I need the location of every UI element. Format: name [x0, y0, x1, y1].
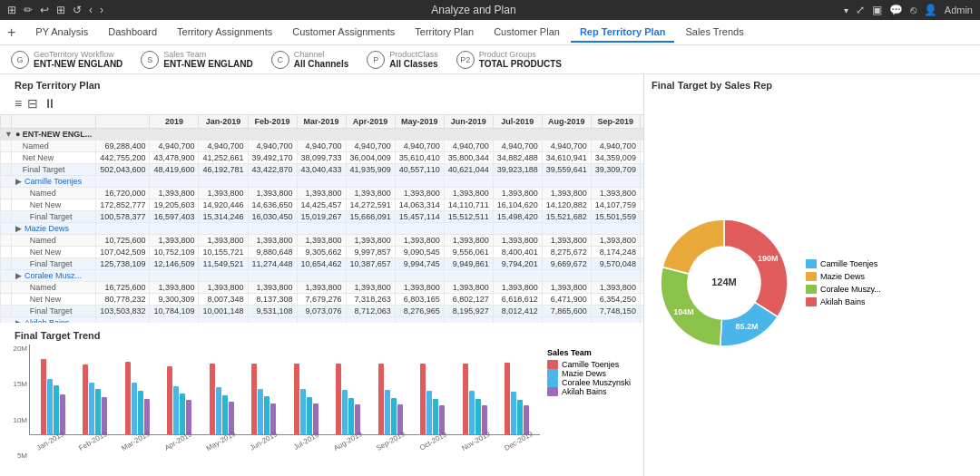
- table-cell: 1,393,800: [640, 188, 643, 199]
- grid-icon[interactable]: ⊞: [56, 4, 65, 16]
- table-cell: 4,940,700: [346, 141, 395, 152]
- pause-icon[interactable]: ⏸: [44, 96, 56, 111]
- table-cell: 8,195,927: [444, 306, 493, 317]
- table-cell: 1,393,800: [150, 188, 199, 199]
- table-cell: 14,425,457: [297, 199, 346, 211]
- data-table-wrapper[interactable]: 2019Jan-2019Feb-2019Mar-2019Apr-2019May-…: [0, 114, 643, 323]
- bar: [307, 397, 312, 434]
- col-header: Aug-2019: [542, 115, 591, 129]
- nav-tab-py-analysis[interactable]: PY Analysis: [26, 23, 97, 43]
- filter-channel[interactable]: C Channel All Channels: [271, 50, 349, 69]
- edit-icon[interactable]: ✏: [24, 4, 33, 16]
- table-cell: 100,578,377: [96, 211, 150, 223]
- filter-productclass[interactable]: P ProductClass All Classes: [367, 50, 438, 69]
- table-row: Named69,288,4004,940,7004,940,7004,940,7…: [1, 141, 644, 152]
- forward-icon[interactable]: ›: [100, 4, 103, 16]
- table-cell: 48,419,600: [150, 164, 199, 176]
- table-cell: 40,621,044: [444, 164, 493, 176]
- expand-icon[interactable]: ▼: [5, 130, 13, 139]
- pie-chart-wrapper: 190M85.2M104M124M: [652, 210, 797, 355]
- table-cell: 9,556,061: [444, 247, 493, 258]
- table-cell: 1,393,800: [199, 282, 248, 294]
- nav-tab-customer-plan[interactable]: Customer Plan: [485, 23, 569, 43]
- col-header: Jul-2019: [493, 115, 542, 129]
- pie-legend-item: Camille Toenjes: [806, 259, 881, 268]
- bar: [173, 386, 179, 434]
- filter-sales-team[interactable]: S Sales Team ENT-NEW ENGLAND: [141, 50, 252, 69]
- nav-tab-customer-assignments[interactable]: Customer Assignments: [283, 23, 404, 43]
- table-cell: 34,359,009: [591, 152, 640, 164]
- expand-icon[interactable]: ▶: [15, 271, 22, 280]
- comment-icon[interactable]: 💬: [889, 4, 903, 16]
- table-cell: 1,393,800: [199, 188, 248, 199]
- sort-icon[interactable]: ⊟: [27, 96, 38, 111]
- table-cell: 4,940,700: [199, 141, 248, 152]
- table-cell: 8,712,063: [346, 306, 395, 317]
- table-cell: 14,107,759: [591, 199, 640, 211]
- legend-color: [547, 369, 558, 378]
- bar: [258, 389, 263, 434]
- collapse-icon[interactable]: ≡: [15, 96, 22, 111]
- table-cell: 41,935,909: [346, 164, 395, 176]
- table-cell: 15,677,555: [640, 211, 643, 223]
- table-cell: 502,043,600: [96, 164, 150, 176]
- nav-tab-territory-plan[interactable]: Territory Plan: [406, 23, 483, 43]
- table-section-title: Rep Territory Plan: [7, 76, 636, 94]
- table-row: Net New80,778,2329,300,3098,007,3488,137…: [1, 294, 644, 306]
- table-cell: 10,784,109: [150, 306, 199, 317]
- table-cell: 4,940,700: [493, 141, 542, 152]
- bar: [222, 395, 228, 434]
- nav-tab-territory-assignments[interactable]: Territory Assignments: [168, 23, 281, 43]
- expand-icon[interactable]: ▶: [15, 224, 22, 233]
- table-cell: 172,852,777: [96, 199, 150, 211]
- back-icon[interactable]: ‹: [89, 4, 93, 16]
- table-cell: 15,457,114: [395, 211, 444, 223]
- bar-group: [454, 364, 496, 434]
- bar: [41, 359, 46, 434]
- table-cell: 1,393,800: [395, 235, 444, 247]
- table-cell: 40,557,110: [395, 164, 444, 176]
- pie-label: 190M: [758, 253, 779, 262]
- bar: [517, 400, 523, 434]
- filter-product-groups[interactable]: P2 Product Groups TOTAL PRODUCTS: [456, 50, 562, 69]
- redo-icon[interactable]: ↺: [73, 4, 82, 16]
- pie-legend: Camille ToenjesMazie DewsCoralee Muszy..…: [806, 259, 881, 306]
- filter-geoterritory-workflow[interactable]: G GeoTerritory Workflow ENT-NEW ENGLAND: [11, 50, 122, 69]
- col-header: [11, 115, 96, 129]
- toolbar-dropdown[interactable]: ▾: [844, 5, 848, 15]
- bar: [505, 363, 510, 434]
- bar-chart-legend-item: Akilah Bains: [547, 387, 636, 396]
- undo-icon[interactable]: ↩: [40, 4, 49, 16]
- bar: [54, 385, 59, 434]
- table-cell: 1,393,800: [444, 282, 493, 294]
- table-cell: 14,920,446: [199, 199, 248, 211]
- table-cell: 9,073,076: [297, 306, 346, 317]
- bar-chart-legend-title: Sales Team: [547, 348, 636, 357]
- add-tab-button[interactable]: +: [7, 24, 15, 41]
- nav-tab-sales-trends[interactable]: Sales Trends: [676, 23, 752, 43]
- bar-group: [201, 364, 243, 434]
- table-cell: 4,940,700: [444, 141, 493, 152]
- table-cell: 8,012,412: [493, 306, 542, 317]
- bar: [469, 391, 475, 434]
- share-icon[interactable]: ⎋: [910, 4, 916, 16]
- table-cell: 7,654,190: [640, 306, 643, 317]
- table-cell: 10,725,600: [96, 235, 150, 247]
- table-cell: 10,654,462: [297, 258, 346, 270]
- monitor-icon[interactable]: ▣: [872, 4, 882, 16]
- table-cell: 15,501,559: [591, 211, 640, 223]
- nav-tab-dashboard[interactable]: Dashboard: [99, 23, 166, 43]
- expand-icon[interactable]: ⤢: [856, 4, 865, 16]
- table-cell: 1,393,800: [346, 188, 395, 199]
- nav-tab-rep-territory-plan[interactable]: Rep Territory Plan: [571, 23, 675, 43]
- bar-chart-y-label: 20M: [4, 345, 29, 353]
- expand-icon[interactable]: ▶: [15, 177, 22, 186]
- bar: [167, 366, 172, 434]
- table-row-person: ▶Camille Toenjes: [1, 176, 644, 188]
- table-row: Net New107,042,50910,752,10910,155,7219,…: [1, 247, 644, 258]
- table-cell: 1,393,800: [297, 235, 346, 247]
- bar-group: [328, 364, 370, 434]
- table-cell: 103,503,832: [96, 306, 150, 317]
- main-content: Rep Territory Plan ≡ ⊟ ⏸ 2019Jan-2019Feb…: [0, 74, 980, 476]
- bar-group: [243, 364, 286, 434]
